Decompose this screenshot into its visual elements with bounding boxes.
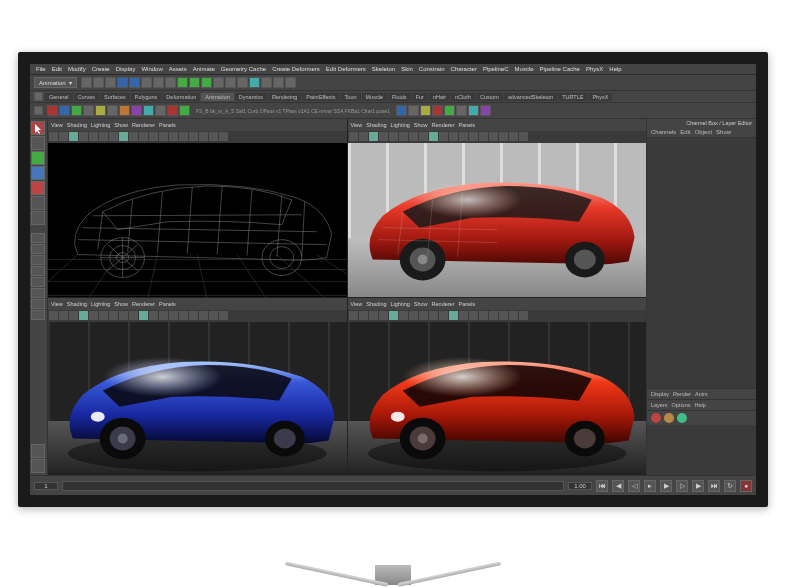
- vp-icon[interactable]: [199, 132, 208, 141]
- menu-muscle[interactable]: Muscle: [515, 66, 534, 72]
- vp-icon[interactable]: [69, 311, 78, 320]
- select-icon[interactable]: [141, 77, 152, 88]
- layout-two-h[interactable]: [31, 255, 45, 265]
- tab-options[interactable]: Options: [672, 402, 691, 408]
- snap-grid-icon[interactable]: [177, 77, 188, 88]
- redo-icon[interactable]: [129, 77, 140, 88]
- menu-file[interactable]: File: [36, 66, 46, 72]
- shelf-btn[interactable]: [155, 105, 166, 116]
- next-key-button[interactable]: ▷: [676, 480, 688, 492]
- vp-icon[interactable]: [349, 132, 358, 141]
- vp-icon[interactable]: [209, 311, 218, 320]
- swatch-teal[interactable]: [677, 413, 687, 423]
- layout-two-v[interactable]: [31, 266, 45, 276]
- tab-show[interactable]: Show: [716, 129, 731, 135]
- vp-icon[interactable]: [109, 132, 118, 141]
- swatch-orange[interactable]: [664, 413, 674, 423]
- shelf-btn[interactable]: [468, 105, 479, 116]
- menu-pipecache[interactable]: Pipeline Cache: [540, 66, 580, 72]
- vp-menu-shading[interactable]: Shading: [366, 122, 386, 128]
- shelf-btn[interactable]: [432, 105, 443, 116]
- tab-channels[interactable]: Channels: [651, 129, 676, 135]
- layout-four[interactable]: [31, 244, 45, 254]
- soft-select-tool[interactable]: [31, 211, 45, 225]
- vp-icon[interactable]: [429, 311, 438, 320]
- vp-icon[interactable]: [79, 311, 88, 320]
- vp-icon[interactable]: [469, 132, 478, 141]
- menu-modify[interactable]: Modify: [68, 66, 86, 72]
- vp-menu-shading[interactable]: Shading: [67, 122, 87, 128]
- menu-display[interactable]: Display: [116, 66, 136, 72]
- menu-character[interactable]: Character: [451, 66, 477, 72]
- render-icon[interactable]: [213, 77, 224, 88]
- shelf-btn[interactable]: [95, 105, 106, 116]
- vp-icon[interactable]: [449, 311, 458, 320]
- vp-icon[interactable]: [49, 311, 58, 320]
- shelf-arrow-icon[interactable]: [34, 106, 43, 115]
- vp-icon[interactable]: [399, 132, 408, 141]
- vp-icon[interactable]: [169, 311, 178, 320]
- vp-icon[interactable]: [429, 132, 438, 141]
- vp-menu-renderer[interactable]: Renderer: [132, 301, 155, 307]
- vp-icon[interactable]: [169, 132, 178, 141]
- vp-icon[interactable]: [509, 311, 518, 320]
- vp-icon[interactable]: [409, 311, 418, 320]
- vp-icon[interactable]: [179, 311, 188, 320]
- vp-icon[interactable]: [379, 311, 388, 320]
- layout-outliner[interactable]: [31, 288, 45, 298]
- vp-icon[interactable]: [519, 311, 528, 320]
- vp-menu-view[interactable]: View: [351, 122, 363, 128]
- vp-icon[interactable]: [389, 311, 398, 320]
- shelf-btn[interactable]: [119, 105, 130, 116]
- vp-menu-panels[interactable]: Panels: [459, 301, 476, 307]
- vp-icon[interactable]: [149, 311, 158, 320]
- menu-physx[interactable]: PhysX: [586, 66, 603, 72]
- autokey-button[interactable]: ●: [740, 480, 752, 492]
- scale-tool[interactable]: [31, 181, 45, 195]
- layout-three[interactable]: [31, 277, 45, 287]
- shelf-btn[interactable]: [396, 105, 407, 116]
- move-tool[interactable]: [31, 151, 45, 165]
- step-back-button[interactable]: ◀: [612, 480, 624, 492]
- vp-icon[interactable]: [419, 132, 428, 141]
- vp-icon[interactable]: [489, 311, 498, 320]
- vp-icon[interactable]: [79, 132, 88, 141]
- tab-render[interactable]: Render: [673, 391, 691, 397]
- select-tool[interactable]: [31, 121, 45, 135]
- vp-shaded-icon[interactable]: [99, 132, 108, 141]
- shelf-tab-fluids[interactable]: Fluids: [388, 93, 411, 101]
- prev-key-button[interactable]: ◁: [628, 480, 640, 492]
- vp-icon[interactable]: [459, 132, 468, 141]
- toolbox-extra-2[interactable]: [31, 459, 45, 473]
- menu-createdef[interactable]: Create Deformers: [272, 66, 320, 72]
- shelf-btn[interactable]: [480, 105, 491, 116]
- menu-animate[interactable]: Animate: [193, 66, 215, 72]
- vp-menu-show[interactable]: Show: [114, 122, 128, 128]
- vp-icon[interactable]: [359, 311, 368, 320]
- shelf-tab-fur[interactable]: Fur: [412, 93, 428, 101]
- loop-button[interactable]: ↻: [724, 480, 736, 492]
- vp-menu-shading[interactable]: Shading: [366, 301, 386, 307]
- vp-wireframe-icon[interactable]: [89, 132, 98, 141]
- vp-icon[interactable]: [209, 132, 218, 141]
- lasso-tool[interactable]: [31, 136, 45, 150]
- vp-icon[interactable]: [359, 132, 368, 141]
- vp-icon[interactable]: [489, 132, 498, 141]
- menu-window[interactable]: Window: [141, 66, 162, 72]
- shelf-tab-advskel[interactable]: advancedSkeleton: [504, 93, 557, 101]
- paint-select-icon[interactable]: [165, 77, 176, 88]
- shelf-btn[interactable]: [456, 105, 467, 116]
- vp-icon[interactable]: [189, 311, 198, 320]
- viewport-scene-blue-render[interactable]: [48, 322, 347, 476]
- vp-icon[interactable]: [119, 132, 128, 141]
- shelf-btn[interactable]: [107, 105, 118, 116]
- vp-xray-icon[interactable]: [159, 132, 168, 141]
- layout-graph[interactable]: [31, 310, 45, 320]
- vp-menu-lighting[interactable]: Lighting: [391, 122, 410, 128]
- shelf-btn[interactable]: [47, 105, 58, 116]
- open-scene-icon[interactable]: [93, 77, 104, 88]
- hypershade-icon[interactable]: [249, 77, 260, 88]
- shelf-btn[interactable]: [408, 105, 419, 116]
- save-scene-icon[interactable]: [105, 77, 116, 88]
- shelf-btn[interactable]: [167, 105, 178, 116]
